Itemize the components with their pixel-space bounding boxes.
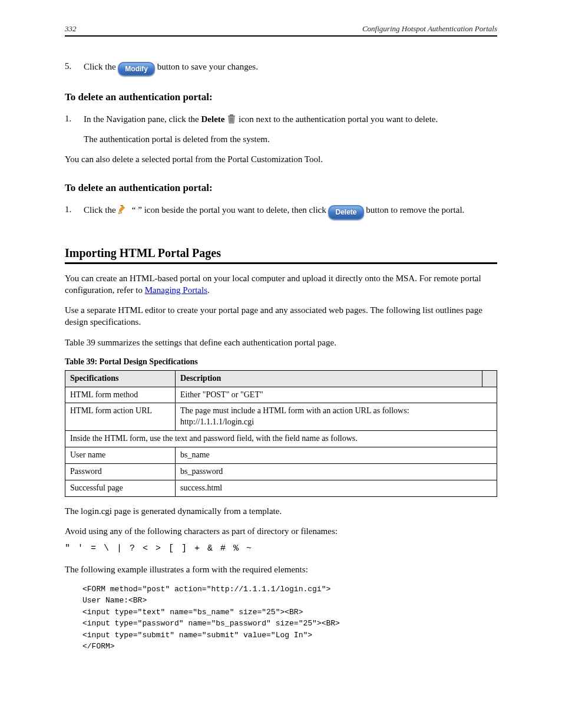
table-title: Table 39: Portal Design Specifications [65, 357, 497, 370]
code-line: User Name:<BR> [82, 595, 497, 607]
text-fragment: icon next to the authentication portal y… [239, 114, 438, 124]
procedure-title-delete-1: To delete an authentication portal: [65, 91, 497, 104]
step-number: 1. [65, 113, 84, 124]
text-fragment: You can create an HTML-based portal on y… [65, 274, 481, 295]
desc-cell: bs_name [176, 447, 497, 464]
example-lead: The following example illustrates a form… [65, 564, 497, 575]
svg-rect-6 [120, 206, 125, 212]
spec-cell: HTML form action URL [65, 403, 176, 431]
desc-cell: The page must include a HTML form with a… [176, 403, 497, 431]
col-spec-header: Specifications [65, 370, 176, 387]
step-text: Click the Modify button to save your cha… [84, 60, 258, 74]
delete-label: Delete [201, 114, 225, 124]
procedure-title-delete-2: To delete an authentication portal: [65, 182, 497, 195]
delete-button[interactable]: Delete [328, 205, 363, 219]
procedure1-step1: 1. In the Navigation pane, click the Del… [65, 113, 497, 125]
text-fragment: icon beside the portal you want to delet… [144, 205, 329, 215]
managing-portals-link[interactable]: Managing Portals [145, 285, 207, 295]
page-header: 332 Configuring Hotspot Authentication P… [65, 24, 497, 37]
code-line: <input type="password" name="bs_password… [82, 618, 497, 630]
step-5: 5. Click the Modify button to save your … [65, 60, 497, 74]
spec-cell: Successful page [65, 480, 176, 496]
design-paragraph: Use a separate HTML editor to create you… [65, 304, 497, 328]
spec-cell: User name [65, 447, 176, 464]
text-fragment: button to remove the portal. [366, 205, 464, 215]
table-row: User name bs_name [65, 447, 497, 464]
step-text: Click the “ ” icon beside the portal you… [84, 203, 464, 218]
code-line: <FORM method="post" action="http://1.1.1… [82, 584, 497, 595]
procedure2-step1: 1. Click the “ ” icon beside the portal … [65, 203, 497, 218]
text-fragment: . [207, 285, 210, 295]
table-row: Inside the HTML form, use the text and p… [65, 431, 497, 447]
text-fragment: Click the [84, 205, 118, 215]
desc-cell: bs_password [176, 464, 497, 480]
col-desc-header: Description [176, 370, 482, 387]
spec-cell: HTML form method [65, 387, 176, 403]
step-text: In the Navigation pane, click the Delete… [84, 113, 438, 125]
intro-paragraph: You can create an HTML-based portal on y… [65, 272, 497, 297]
text-fragment: The login.cgi page is generated dynamica… [65, 506, 282, 516]
forbidden-characters: " ' = \ | ? < > [ ] + & # % ~ [65, 543, 253, 554]
text-fragment: Table 39 [65, 338, 95, 347]
section-title-importing: Importing HTML Portal Pages [65, 245, 497, 264]
chars-label: Avoid using any of the following charact… [65, 525, 497, 537]
portal-spec-table: Table 39: Portal Design Specifications S… [65, 357, 497, 497]
desc-cell: success.html [176, 480, 497, 496]
step-number: 1. [65, 203, 84, 215]
svg-rect-0 [228, 116, 235, 117]
text-fragment: summarizes the settings that define each… [98, 338, 336, 347]
cgi-note: The login.cgi page is generated dynamica… [65, 505, 497, 517]
table-row: HTML form action URL The page must inclu… [65, 403, 497, 431]
result-line: The authentication portal is deleted fro… [84, 133, 497, 145]
span-row: Inside the HTML form, use the text and p… [65, 431, 497, 447]
header-section-title: Configuring Hotspot Authentication Porta… [362, 24, 497, 34]
desc-cell: Either "POST" or "GET" [176, 387, 497, 403]
text-fragment: Click the [84, 62, 118, 71]
chars-block: Avoid using any of the following charact… [65, 525, 497, 555]
text-fragment: In the Navigation pane, click the [84, 114, 201, 124]
table-caption-sentence: Table 39 summarizes the settings that de… [65, 337, 497, 348]
code-line: <input type="submit" name="submit" value… [82, 630, 497, 641]
header-page-number: 332 [65, 24, 77, 34]
col-note-header [482, 370, 497, 387]
modify-button[interactable]: Modify [118, 62, 155, 76]
spec-cell: Password [65, 464, 176, 480]
code-line: </FORM> [82, 641, 497, 653]
pencil-icon [118, 207, 130, 216]
trash-icon [227, 116, 239, 126]
alt-delete-line: You can also delete a selected portal fr… [65, 153, 497, 165]
code-block: <FORM method="post" action="http://1.1.1… [82, 584, 497, 653]
step-number: 5. [65, 60, 84, 72]
table-row: HTML form method Either "POST" or "GET" [65, 387, 497, 403]
code-line: <input type="text" name="bs_name" size="… [82, 607, 497, 618]
svg-rect-1 [230, 114, 233, 116]
table-row: Password bs_password [65, 464, 497, 480]
text-fragment: button to save your changes. [157, 62, 258, 71]
table-row: Successful page success.html [65, 480, 497, 496]
